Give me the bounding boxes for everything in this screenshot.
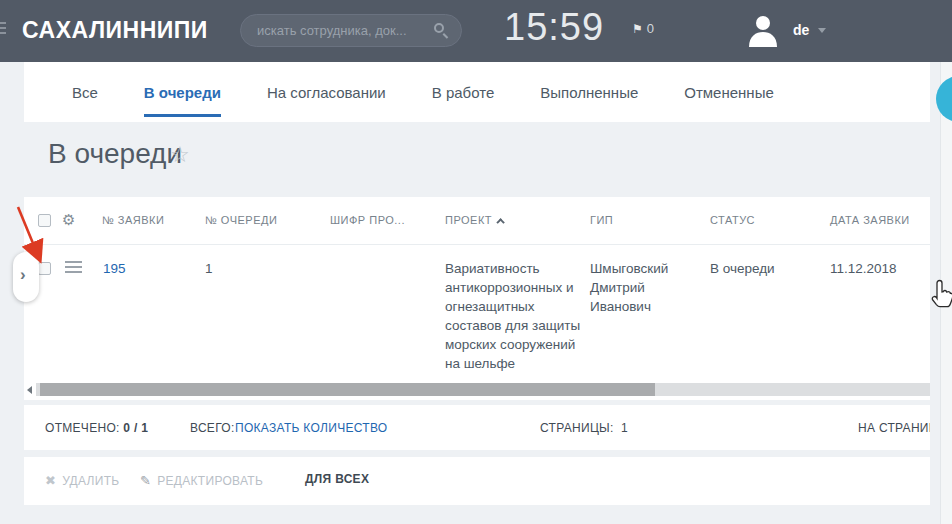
top-bar: САХАЛИННИПИ 15:59 ⚑0 de <box>0 0 952 62</box>
col-gip[interactable]: ГИП <box>590 214 613 226</box>
sort-asc-icon <box>496 218 504 226</box>
side-panel-handle[interactable]: › <box>13 252 39 302</box>
tab-in-queue[interactable]: В очереди <box>144 62 221 122</box>
horizontal-scrollbar[interactable] <box>36 383 930 396</box>
scrollbar-thumb[interactable] <box>40 383 655 396</box>
tab-cancelled[interactable]: Отмененные <box>684 62 774 122</box>
cell-gip: Шмыговский Дмитрий Иванович <box>590 259 702 316</box>
table-header: ⚙ № ЗАЯВКИ № ОЧЕРЕДИ ШИФР ПРО... ПРОЕКТ … <box>24 197 930 245</box>
checked-counter: ОТМЕЧЕНО: 0 / 1 <box>45 421 148 435</box>
action-bar: ✖УДАЛИТЬ ✎РЕДАКТИРОВАТЬ ДЛЯ ВСЕХ <box>24 457 930 505</box>
requests-table: ⚙ № ЗАЯВКИ № ОЧЕРЕДИ ШИФР ПРО... ПРОЕКТ … <box>24 197 930 400</box>
app-window: САХАЛИННИПИ 15:59 ⚑0 de Все В очереди На… <box>0 0 952 524</box>
tab-in-progress[interactable]: В работе <box>432 62 495 122</box>
edit-button[interactable]: ✎РЕДАКТИРОВАТЬ <box>140 473 263 488</box>
search-input[interactable] <box>257 15 427 46</box>
total-label: ВСЕГО: <box>190 421 235 435</box>
tab-all[interactable]: Все <box>72 62 98 122</box>
chevron-down-icon[interactable] <box>818 28 826 33</box>
flag-count: 0 <box>647 21 654 36</box>
x-icon: ✖ <box>45 473 56 488</box>
per-page-label[interactable]: НА СТРАНИЦ <box>858 421 930 435</box>
col-queue-no[interactable]: № ОЧЕРЕДИ <box>205 214 277 226</box>
cell-request-no[interactable]: 195 <box>103 259 126 278</box>
page-scrollbar[interactable] <box>940 62 952 524</box>
search-icon[interactable] <box>434 23 449 38</box>
row-menu-icon[interactable] <box>65 261 82 276</box>
row-checkbox[interactable] <box>38 262 51 275</box>
cell-date: 11.12.2018 <box>830 259 897 278</box>
cell-queue-no: 1 <box>205 259 213 278</box>
user-menu[interactable]: de <box>793 22 809 38</box>
scroll-left-arrow-icon[interactable] <box>27 386 32 394</box>
tab-on-approval[interactable]: На согласовании <box>267 62 386 122</box>
flag-icon: ⚑ <box>632 22 643 36</box>
app-logo: САХАЛИННИПИ <box>22 17 208 44</box>
cell-status: В очереди <box>710 259 775 278</box>
page-title: В очереди <box>48 138 182 170</box>
select-all-checkbox[interactable] <box>38 214 51 227</box>
user-avatar-icon[interactable] <box>747 13 779 51</box>
delete-button[interactable]: ✖УДАЛИТЬ <box>45 473 120 488</box>
col-date[interactable]: ДАТА ЗАЯВКИ <box>830 214 910 226</box>
table-footer: ОТМЕЧЕНО: 0 / 1 ВСЕГО: ПОКАЗАТЬ КОЛИЧЕСТ… <box>24 405 930 450</box>
cell-project: Вариативность антикоррозионных и огнезащ… <box>445 259 581 373</box>
show-count-link[interactable]: ПОКАЗАТЬ КОЛИЧЕСТВО <box>235 421 387 435</box>
global-search <box>240 14 462 47</box>
hamburger-menu-icon[interactable] <box>0 22 6 37</box>
chevron-right-icon: › <box>20 265 26 285</box>
clock-widget[interactable]: 15:59 <box>504 6 604 49</box>
notifications-flag[interactable]: ⚑0 <box>632 21 654 36</box>
pages-counter: СТРАНИЦЫ: 1 <box>540 421 628 435</box>
status-tabs: Все В очереди На согласовании В работе В… <box>24 62 930 122</box>
col-status[interactable]: СТАТУС <box>710 214 755 226</box>
pencil-icon: ✎ <box>140 473 151 488</box>
for-all-label: ДЛЯ ВСЕХ <box>305 472 369 486</box>
gear-icon[interactable]: ⚙ <box>62 211 75 229</box>
tab-completed[interactable]: Выполненные <box>540 62 638 122</box>
star-icon[interactable]: ☆ <box>170 142 190 168</box>
help-button[interactable] <box>936 76 952 122</box>
col-request-no[interactable]: № ЗАЯВКИ <box>102 214 164 226</box>
col-cipher[interactable]: ШИФР ПРО... <box>330 214 405 226</box>
col-project[interactable]: ПРОЕКТ <box>445 214 505 226</box>
